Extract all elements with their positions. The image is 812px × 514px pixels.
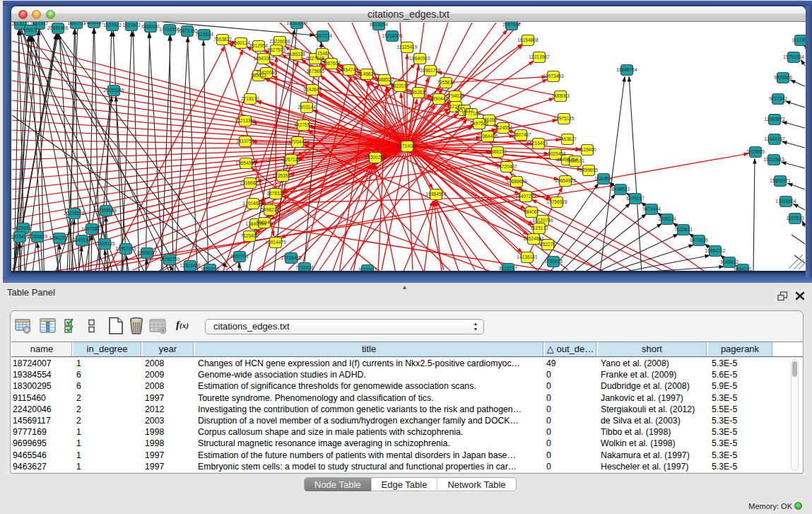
svg-text:16154808: 16154808: [517, 37, 539, 42]
svg-text:18524851: 18524851: [523, 236, 544, 241]
svg-text:1145194: 1145194: [73, 238, 91, 243]
svg-text:6794028: 6794028: [446, 93, 464, 98]
svg-text:15716485: 15716485: [281, 255, 302, 260]
svg-text:6879197: 6879197: [626, 196, 645, 201]
svg-text:8454749: 8454749: [340, 67, 358, 72]
svg-text:19654985: 19654985: [235, 160, 257, 165]
svg-text:20206526: 20206526: [64, 211, 85, 216]
svg-text:8427552: 8427552: [294, 122, 312, 127]
svg-text:8471626: 8471626: [690, 238, 708, 243]
svg-text:998949: 998949: [257, 220, 272, 225]
svg-text:5498222: 5498222: [261, 207, 279, 212]
svg-text:20691406: 20691406: [47, 25, 69, 30]
svg-text:16961758: 16961758: [420, 68, 441, 73]
svg-text:1167533: 1167533: [786, 216, 804, 221]
svg-text:10853287: 10853287: [83, 22, 105, 25]
svg-text:11325419: 11325419: [397, 45, 418, 49]
svg-text:12353594: 12353594: [272, 173, 293, 178]
svg-text:12093872: 12093872: [764, 117, 785, 122]
svg-text:23226058: 23226058: [269, 39, 290, 44]
svg-text:7625402: 7625402: [240, 233, 259, 238]
svg-text:9242848: 9242848: [303, 87, 322, 92]
svg-text:9222103: 9222103: [358, 267, 377, 271]
svg-text:16782759: 16782759: [159, 257, 180, 262]
svg-text:15751034: 15751034: [783, 54, 804, 59]
svg-text:2803144: 2803144: [298, 105, 316, 110]
svg-text:10025458: 10025458: [545, 151, 566, 156]
svg-text:7485063: 7485063: [551, 93, 570, 98]
svg-text:1615172: 1615172: [530, 226, 548, 230]
svg-text:7733426: 7733426: [295, 265, 314, 270]
svg-text:15720407: 15720407: [496, 164, 517, 169]
svg-text:14136141: 14136141: [517, 255, 538, 259]
svg-text:20364436: 20364436: [477, 134, 498, 139]
svg-text:18300295: 18300295: [365, 155, 386, 160]
svg-text:7857224: 7857224: [314, 33, 332, 38]
svg-text:9150700: 9150700: [201, 267, 219, 271]
svg-text:10654923: 10654923: [555, 178, 576, 183]
svg-text:3215955: 3215955: [746, 149, 765, 154]
svg-text:2935114: 2935114: [658, 216, 676, 221]
svg-text:9327509: 9327509: [267, 47, 286, 52]
svg-text:12975125: 12975125: [553, 116, 575, 121]
svg-text:17957275: 17957275: [115, 246, 136, 251]
svg-text:10210643: 10210643: [763, 157, 784, 162]
svg-text:7632621: 7632621: [674, 227, 693, 232]
svg-text:984067: 984067: [524, 209, 539, 214]
svg-text:15692971: 15692971: [770, 178, 791, 183]
svg-text:9464101: 9464101: [734, 267, 752, 271]
svg-text:7986372: 7986372: [488, 149, 507, 154]
svg-text:3624554: 3624554: [494, 125, 512, 130]
svg-text:12505135: 12505135: [94, 241, 115, 246]
svg-text:8322037: 8322037: [391, 83, 409, 88]
svg-text:6216403: 6216403: [529, 141, 548, 146]
svg-text:16120746: 16120746: [532, 218, 553, 223]
svg-text:11156829: 11156829: [28, 234, 48, 239]
svg-text:2367608: 2367608: [322, 61, 341, 66]
svg-text:1984307: 1984307: [30, 22, 48, 26]
svg-text:19756928: 19756928: [546, 199, 567, 204]
svg-text:12942737: 12942737: [49, 235, 70, 240]
svg-text:1362615: 1362615: [409, 90, 428, 95]
svg-text:9463627: 9463627: [558, 136, 577, 141]
svg-text:3878332: 3878332: [266, 191, 285, 196]
svg-text:16648754: 16648754: [616, 67, 637, 72]
svg-text:9657791: 9657791: [230, 254, 249, 259]
svg-text:1546: 1546: [317, 51, 328, 56]
svg-text:10807487: 10807487: [510, 132, 531, 137]
svg-text:835001: 835001: [16, 226, 31, 230]
svg-text:17004678: 17004678: [242, 201, 264, 206]
svg-text:7984101: 7984101: [566, 158, 584, 163]
svg-text:3267110: 3267110: [282, 157, 300, 162]
svg-text:1117302: 1117302: [792, 37, 806, 42]
svg-text:18724007: 18724007: [396, 144, 418, 148]
svg-text:6466160: 6466160: [141, 24, 160, 29]
svg-text:12444157: 12444157: [764, 136, 785, 141]
svg-text:1700443: 1700443: [288, 139, 307, 144]
svg-text:19384554: 19384554: [425, 192, 447, 197]
svg-text:1810755: 1810755: [236, 139, 254, 144]
svg-text:8186328: 8186328: [287, 52, 305, 57]
svg-text:1992701: 1992701: [67, 22, 86, 25]
svg-text:9474444: 9474444: [642, 206, 661, 211]
svg-text:18640910: 18640910: [409, 56, 430, 61]
svg-text:2588520: 2588520: [375, 77, 394, 82]
svg-text:16543362: 16543362: [253, 56, 274, 61]
svg-text:252274: 252274: [540, 242, 555, 247]
svg-text:23420046: 23420046: [256, 70, 277, 75]
svg-text:20053346: 20053346: [103, 88, 124, 93]
svg-text:1527602: 1527602: [103, 23, 122, 28]
svg-text:8122217: 8122217: [499, 266, 517, 271]
svg-text:10958117: 10958117: [137, 250, 158, 255]
svg-text:10975887: 10975887: [81, 226, 102, 231]
svg-text:10654112: 10654112: [705, 248, 726, 253]
svg-text:1527602: 1527602: [122, 23, 141, 28]
svg-text:8938923: 8938923: [611, 187, 630, 192]
svg-text:7515524: 7515524: [195, 32, 213, 37]
svg-text:17016504: 17016504: [775, 199, 796, 204]
svg-text:8813054: 8813054: [370, 22, 388, 27]
svg-text:7955812: 7955812: [437, 80, 455, 85]
svg-text:8912954: 8912954: [249, 43, 268, 48]
svg-text:19218506: 19218506: [382, 33, 403, 38]
svg-text:9327508: 9327508: [306, 56, 324, 61]
